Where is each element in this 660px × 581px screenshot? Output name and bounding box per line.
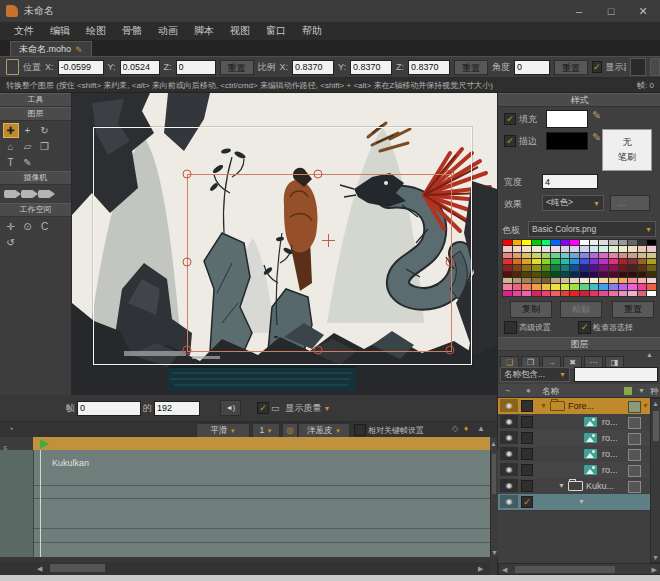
scroll-down-icon[interactable]: ▼ bbox=[651, 554, 660, 561]
relative-keyframes-checkbox[interactable] bbox=[354, 424, 366, 436]
menu-帮助[interactable]: 帮助 bbox=[294, 24, 330, 38]
stroke-width-input[interactable] bbox=[542, 174, 598, 189]
palette-swatch-5-12[interactable] bbox=[619, 272, 628, 277]
palette-swatch-7-3[interactable] bbox=[532, 284, 541, 289]
maximize-button[interactable]: □ bbox=[598, 2, 624, 20]
layer-color-box[interactable] bbox=[628, 433, 641, 445]
palette-swatch-7-10[interactable] bbox=[599, 284, 608, 289]
palette-swatch-7-7[interactable] bbox=[570, 284, 579, 289]
shear-layer-tool-icon[interactable]: ▱ bbox=[20, 139, 36, 154]
timeline-ruler[interactable] bbox=[33, 437, 490, 451]
palette-swatch-1-5[interactable] bbox=[551, 246, 560, 251]
palette-swatch-1-11[interactable] bbox=[609, 246, 618, 251]
timeline-tracks[interactable]: Kukulkan bbox=[0, 450, 497, 557]
stroke-color-swatch[interactable] bbox=[546, 132, 588, 150]
selection-handle-tr[interactable] bbox=[446, 170, 455, 179]
angle-reset-button[interactable]: 重置 bbox=[554, 60, 588, 75]
palette-swatch-0-4[interactable] bbox=[542, 240, 551, 245]
layer-visibility-icon[interactable]: ◉ bbox=[500, 495, 518, 508]
zoom-camera-tool-icon[interactable] bbox=[20, 187, 36, 202]
palette-swatch-5-14[interactable] bbox=[638, 272, 647, 277]
palette-swatch-8-5[interactable] bbox=[551, 291, 560, 296]
palette-swatch-1-12[interactable] bbox=[619, 246, 628, 251]
palette-swatch-3-1[interactable] bbox=[513, 259, 522, 264]
palette-swatch-6-13[interactable] bbox=[628, 278, 637, 283]
scale-y-input[interactable] bbox=[350, 60, 392, 75]
palette-swatch-2-6[interactable] bbox=[561, 253, 570, 258]
scale-z-input[interactable] bbox=[408, 60, 450, 75]
current-frame-input[interactable] bbox=[77, 401, 141, 416]
document-tab[interactable]: 未命名.moho ✎ bbox=[10, 41, 92, 57]
palette-swatch-5-6[interactable] bbox=[561, 272, 570, 277]
tracks-scroll-down-icon[interactable]: ▼ bbox=[491, 549, 498, 556]
palette-swatch-2-5[interactable] bbox=[551, 253, 560, 258]
duplicate-layer-tool-icon[interactable]: ❐ bbox=[37, 139, 53, 154]
layer-search-mode-dropdown[interactable]: 名称包含...▼ bbox=[500, 367, 570, 382]
position-x-input[interactable] bbox=[58, 60, 104, 75]
palette-swatch-2-14[interactable] bbox=[638, 253, 647, 258]
sort-column-icon[interactable]: ▼ bbox=[638, 387, 645, 394]
canvas-viewport[interactable] bbox=[72, 93, 497, 395]
palette-swatch-7-8[interactable] bbox=[580, 284, 589, 289]
interpolation-dropdown[interactable]: 平滑 ▼ bbox=[196, 423, 250, 438]
palette-swatch-8-9[interactable] bbox=[590, 291, 599, 296]
copy-style-button[interactable]: 复制 bbox=[510, 301, 552, 318]
layer-row-Kuku...[interactable]: ◉▼Kuku... bbox=[498, 478, 650, 495]
palette-file-dropdown[interactable]: Basic Colors.png▼ bbox=[528, 221, 656, 237]
palette-swatch-4-12[interactable] bbox=[619, 265, 628, 270]
stroke-edit-pencil-icon[interactable]: ✎ bbox=[592, 131, 601, 144]
layer-color-box[interactable] bbox=[628, 449, 641, 461]
palette-swatch-6-8[interactable] bbox=[580, 278, 589, 283]
palette-swatch-2-13[interactable] bbox=[628, 253, 637, 258]
selection-handle-br[interactable] bbox=[446, 346, 455, 355]
layer-animate-checkbox[interactable]: ✓ bbox=[521, 496, 533, 508]
palette-swatch-2-4[interactable] bbox=[542, 253, 551, 258]
palette-swatch-4-15[interactable] bbox=[647, 265, 656, 270]
palette-swatch-2-1[interactable] bbox=[513, 253, 522, 258]
palette-swatch-1-15[interactable] bbox=[647, 246, 656, 251]
palette-swatch-7-4[interactable] bbox=[542, 284, 551, 289]
palette-swatch-7-11[interactable] bbox=[609, 284, 618, 289]
advanced-settings-checkbox[interactable] bbox=[504, 321, 517, 334]
palette-swatch-3-3[interactable] bbox=[532, 259, 541, 264]
inspector-select-checkbox[interactable]: ✓ bbox=[578, 321, 591, 334]
layers-vscroll-thumb[interactable] bbox=[653, 411, 659, 441]
layer-animate-checkbox[interactable] bbox=[521, 432, 533, 444]
palette-swatch-8-14[interactable] bbox=[638, 291, 647, 296]
clear-keys-icon[interactable]: ◇ bbox=[452, 424, 458, 433]
layer-row-ro...[interactable]: ◉ro... bbox=[498, 446, 650, 463]
timeline-scroll-right-icon[interactable]: ▶ bbox=[478, 565, 483, 573]
palette-swatch-6-5[interactable] bbox=[551, 278, 560, 283]
palette-swatch-4-14[interactable] bbox=[638, 265, 647, 270]
add-key-icon[interactable]: ♦ bbox=[464, 424, 468, 433]
show-path-checkbox[interactable]: ✓ bbox=[592, 61, 602, 73]
palette-swatch-2-15[interactable] bbox=[647, 253, 656, 258]
palette-swatch-3-4[interactable] bbox=[542, 259, 551, 264]
angle-input[interactable] bbox=[514, 60, 550, 75]
text-tool-icon[interactable]: T bbox=[3, 155, 19, 170]
palette-swatch-4-8[interactable] bbox=[580, 265, 589, 270]
palette-swatch-8-8[interactable] bbox=[580, 291, 589, 296]
palette-swatch-6-14[interactable] bbox=[638, 278, 647, 283]
layers-collapse-icon[interactable]: ▲ bbox=[646, 351, 653, 358]
menu-动画[interactable]: 动画 bbox=[150, 24, 186, 38]
minimize-button[interactable]: – bbox=[566, 2, 592, 20]
palette-swatch-3-15[interactable] bbox=[647, 259, 656, 264]
palette-swatch-1-8[interactable] bbox=[580, 246, 589, 251]
palette-swatch-7-1[interactable] bbox=[513, 284, 522, 289]
palette-swatch-5-15[interactable] bbox=[647, 272, 656, 277]
palette-swatch-7-2[interactable] bbox=[522, 284, 531, 289]
palette-swatch-4-5[interactable] bbox=[551, 265, 560, 270]
palette-swatch-3-7[interactable] bbox=[570, 259, 579, 264]
palette-swatch-6-11[interactable] bbox=[609, 278, 618, 283]
palette-swatch-6-9[interactable] bbox=[590, 278, 599, 283]
layer-expand-icon[interactable]: ▼ bbox=[578, 498, 585, 505]
layer-row-ro...[interactable]: ◉ro... bbox=[498, 462, 650, 479]
layer-row-ro...[interactable]: ◉ro... bbox=[498, 430, 650, 447]
layers-vscrollbar[interactable]: ▲ ▼ bbox=[650, 398, 660, 563]
palette-swatch-0-10[interactable] bbox=[599, 240, 608, 245]
palette-swatch-2-11[interactable] bbox=[609, 253, 618, 258]
palette-swatch-4-6[interactable] bbox=[561, 265, 570, 270]
effect-more-button[interactable]: ... bbox=[610, 195, 650, 211]
layer-animate-checkbox[interactable] bbox=[521, 400, 533, 412]
